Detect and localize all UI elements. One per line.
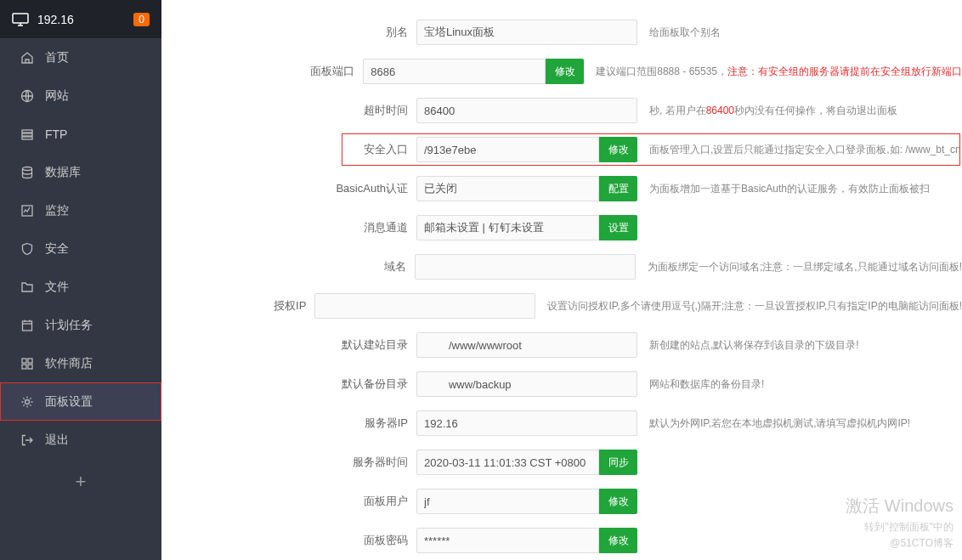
svg-rect-14 [28, 359, 32, 363]
server-time-sync-button[interactable]: 同步 [599, 450, 637, 475]
backup-dir-hint: 网站和数据库的备份目录! [637, 377, 962, 392]
monitor-icon [12, 13, 29, 26]
nav-label: 网站 [45, 88, 69, 104]
security-icon [20, 241, 35, 257]
basicauth-label: BasicAuth认证 [161, 181, 416, 196]
cron-icon [20, 318, 35, 333]
nav-label: 首页 [45, 50, 69, 65]
svg-rect-16 [28, 365, 32, 369]
svg-rect-15 [22, 365, 26, 369]
sidebar-item-logout[interactable]: 退出 [0, 421, 161, 459]
ftp-icon [20, 127, 35, 142]
sidebar-item-database[interactable]: 数据库 [0, 153, 161, 191]
server-time-input[interactable] [416, 450, 599, 475]
nav-label: 文件 [45, 280, 69, 295]
auth-ip-hint: 设置访问授权IP,多个请使用逗号(,)隔开;注意：一旦设置授权IP,只有指定IP… [535, 299, 962, 314]
port-input[interactable] [363, 59, 546, 84]
server-ip-label: 服务器IP [161, 416, 416, 431]
server-time-label: 服务器时间 [161, 455, 416, 470]
add-server-button[interactable]: + [0, 459, 161, 505]
monitor-icon [20, 203, 35, 218]
site-dir-input[interactable] [416, 332, 637, 358]
notification-badge[interactable]: 0 [133, 13, 150, 26]
svg-rect-13 [22, 359, 26, 363]
svg-point-7 [23, 167, 32, 170]
nav-label: FTP [45, 127, 67, 141]
sidebar-item-ftp[interactable]: FTP [0, 115, 161, 153]
nav-label: 安全 [45, 241, 69, 257]
server-ip-hint: 默认为外网IP,若您在本地虚拟机测试,请填写虚拟机内网IP! [637, 416, 962, 431]
svg-rect-6 [22, 137, 32, 139]
file-icon [20, 280, 35, 295]
auth-ip-input[interactable] [314, 293, 535, 319]
svg-rect-4 [22, 130, 32, 133]
timeout-label: 超时时间 [161, 103, 416, 118]
timeout-hint: 秒, 若用户在86400秒内没有任何操作，将自动退出面板 [637, 104, 962, 118]
timeout-input[interactable] [416, 98, 637, 123]
sidebar-item-monitor[interactable]: 监控 [0, 191, 161, 229]
panel-user-modify-button[interactable]: 修改 [599, 489, 637, 514]
panel-user-label: 面板用户 [161, 494, 416, 509]
msg-set-button[interactable]: 设置 [599, 215, 637, 240]
auth-ip-label: 授权IP [161, 298, 314, 314]
secure-entry-hint: 面板管理入口,设置后只能通过指定安全入口登录面板,如: /www_bt_cn [637, 143, 962, 157]
basicauth-config-button[interactable]: 配置 [599, 176, 637, 201]
sidebar-item-security[interactable]: 安全 [0, 229, 161, 268]
site-icon [20, 88, 35, 104]
panel-settings-icon [20, 394, 35, 410]
panel-user-input[interactable] [416, 489, 599, 514]
nav-label: 监控 [45, 203, 69, 218]
port-modify-button[interactable]: 修改 [546, 59, 584, 84]
soft-icon [20, 356, 35, 371]
main-content: 别名 给面板取个别名 面板端口 修改 建议端口范围8888 - 65535，注意… [161, 0, 962, 560]
svg-point-17 [25, 399, 30, 404]
database-icon [20, 165, 35, 180]
sidebar-item-home[interactable]: 首页 [0, 38, 161, 76]
svg-rect-0 [13, 14, 28, 23]
nav-label: 面板设置 [45, 394, 93, 410]
nav-label: 软件商店 [45, 356, 93, 371]
sidebar-header: 192.16 0 [0, 0, 161, 38]
server-ip-input[interactable] [416, 410, 637, 436]
msg-input[interactable] [416, 215, 599, 240]
secure-entry-modify-button[interactable]: 修改 [599, 137, 637, 162]
sidebar-item-file[interactable]: 文件 [0, 268, 161, 306]
home-icon [20, 50, 35, 65]
alias-input[interactable] [416, 20, 637, 45]
site-dir-hint: 新创建的站点,默认将保存到该目录的下级目录! [637, 338, 962, 353]
alias-label: 别名 [161, 25, 416, 40]
panel-pwd-input[interactable] [416, 528, 599, 553]
msg-label: 消息通道 [161, 220, 416, 235]
panel-pwd-label: 面板密码 [161, 533, 416, 548]
backup-dir-input[interactable] [416, 371, 637, 397]
nav-label: 数据库 [45, 165, 81, 180]
sidebar-item-cron[interactable]: 计划任务 [0, 306, 161, 344]
sidebar-item-panel-settings[interactable]: 面板设置 [0, 382, 161, 421]
svg-rect-5 [22, 133, 32, 136]
secure-entry-label: 安全入口 [161, 142, 416, 157]
basicauth-input[interactable] [416, 176, 599, 201]
logout-icon [20, 433, 35, 448]
svg-rect-9 [23, 321, 32, 331]
alias-hint: 给面板取个别名 [637, 25, 962, 40]
domain-input[interactable] [415, 254, 636, 280]
backup-dir-label: 默认备份目录 [161, 376, 416, 392]
domain-hint: 为面板绑定一个访问域名;注意：一旦绑定域名,只能通过域名访问面板! [636, 260, 962, 274]
port-label: 面板端口 [161, 64, 363, 79]
server-ip-text: 192.16 [37, 13, 125, 26]
sidebar-item-site[interactable]: 网站 [0, 76, 161, 115]
nav-label: 退出 [45, 433, 69, 448]
basicauth-hint: 为面板增加一道基于BasicAuth的认证服务，有效防止面板被扫 [637, 182, 962, 196]
panel-pwd-modify-button[interactable]: 修改 [599, 528, 637, 553]
nav-label: 计划任务 [45, 318, 93, 333]
secure-entry-input[interactable] [416, 137, 599, 162]
port-hint: 建议端口范围8888 - 65535，注意：有安全组的服务器请提前在安全组放行新… [584, 65, 962, 79]
site-dir-label: 默认建站目录 [161, 337, 416, 353]
sidebar: 192.16 0 首页网站FTP数据库监控安全文件计划任务软件商店面板设置退出 … [0, 0, 161, 560]
domain-label: 域名 [161, 259, 415, 274]
sidebar-item-soft[interactable]: 软件商店 [0, 344, 161, 382]
